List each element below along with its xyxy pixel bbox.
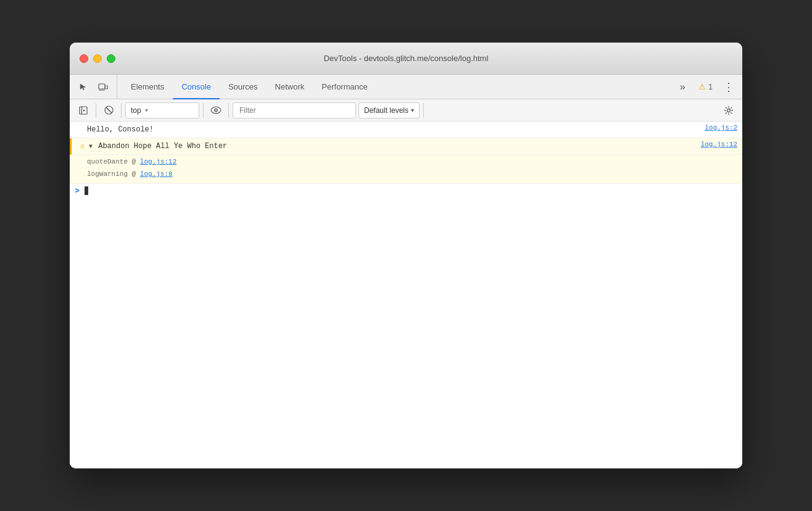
maximize-button[interactable] xyxy=(107,54,115,63)
tab-extras: » ⚠ 1 ⋮ xyxy=(674,75,737,99)
stack-link-2[interactable]: log.js:8 xyxy=(140,170,173,178)
console-toolbar: top ▾ Default levels ▾ xyxy=(70,99,742,122)
toolbar-divider-1 xyxy=(96,103,96,118)
filter-input[interactable] xyxy=(233,102,356,118)
toolbar-divider-2 xyxy=(121,103,122,118)
close-button[interactable] xyxy=(80,54,88,63)
tab-menu-button[interactable]: ⋮ xyxy=(720,78,737,96)
tab-console[interactable]: Console xyxy=(173,75,220,99)
tabbar-icons xyxy=(75,75,117,99)
responsive-icon-button[interactable] xyxy=(94,78,112,96)
tab-network[interactable]: Network xyxy=(267,75,313,99)
cursor-icon-button[interactable] xyxy=(75,78,92,96)
console-output[interactable]: Hello, Console! log.js:2 ⚠ ▼ Abandon Hop… xyxy=(70,122,742,468)
svg-point-10 xyxy=(727,109,731,112)
titlebar: DevTools - devtools.glitch.me/console/lo… xyxy=(70,43,742,75)
context-arrow: ▾ xyxy=(145,107,148,114)
window-title: DevTools - devtools.glitch.me/console/lo… xyxy=(324,54,489,63)
console-source-2[interactable]: log.js:12 xyxy=(701,141,737,148)
tab-sources[interactable]: Sources xyxy=(220,75,267,99)
tab-performance[interactable]: Performance xyxy=(313,75,376,99)
warning-icon: ⚠ xyxy=(698,82,706,91)
levels-arrow: ▾ xyxy=(411,107,414,114)
console-entry-warning-group: ⚠ ▼ Abandon Hope All Ye Who Enter log.js… xyxy=(70,138,742,183)
console-entry-warning: ⚠ ▼ Abandon Hope All Ye Who Enter log.js… xyxy=(70,138,742,155)
stack-frame-1: quoteDante @ log.js:12 xyxy=(87,156,737,168)
console-entry-info: Hello, Console! log.js:2 xyxy=(70,122,742,138)
stack-link-1[interactable]: log.js:12 xyxy=(140,158,176,165)
console-source-1[interactable]: log.js:2 xyxy=(705,124,737,131)
expand-arrow[interactable]: ▼ xyxy=(89,143,93,150)
more-tabs-button[interactable]: » xyxy=(674,78,691,96)
toolbar-divider-3 xyxy=(203,103,204,118)
console-prompt: > xyxy=(75,186,80,196)
svg-marker-5 xyxy=(83,109,85,112)
toolbar-divider-5 xyxy=(423,103,424,118)
traffic-lights xyxy=(80,54,115,63)
minimize-button[interactable] xyxy=(93,54,102,63)
toolbar-divider-4 xyxy=(228,103,229,118)
tabs: Elements Console Sources Network Perform… xyxy=(122,75,674,99)
context-selector[interactable]: top ▾ xyxy=(125,102,199,118)
sidebar-toggle-button[interactable] xyxy=(75,102,92,119)
tabbar: Elements Console Sources Network Perform… xyxy=(70,75,742,99)
svg-rect-1 xyxy=(106,86,108,89)
stack-trace: quoteDante @ log.js:12 logWarning @ log.… xyxy=(70,155,742,183)
svg-point-9 xyxy=(215,110,217,111)
svg-line-7 xyxy=(106,107,112,113)
warning-entry-icon: ⚠ xyxy=(77,141,89,151)
levels-selector[interactable]: Default levels ▾ xyxy=(358,102,420,118)
stack-frame-2: logWarning @ log.js:8 xyxy=(87,168,737,181)
svg-rect-0 xyxy=(99,84,105,89)
context-value: top xyxy=(131,106,141,115)
console-cursor xyxy=(85,186,88,195)
console-message-1: Hello, Console! xyxy=(87,124,700,135)
clear-console-button[interactable] xyxy=(100,102,117,119)
console-message-2: ▼ Abandon Hope All Ye Who Enter xyxy=(89,141,696,152)
settings-button[interactable] xyxy=(720,102,737,119)
tab-elements[interactable]: Elements xyxy=(122,75,173,99)
console-input-row[interactable]: > xyxy=(70,183,742,198)
levels-label: Default levels xyxy=(364,106,408,115)
warning-badge[interactable]: ⚠ 1 xyxy=(695,81,716,93)
devtools-window: DevTools - devtools.glitch.me/console/lo… xyxy=(70,43,742,468)
eye-button[interactable] xyxy=(207,102,225,119)
